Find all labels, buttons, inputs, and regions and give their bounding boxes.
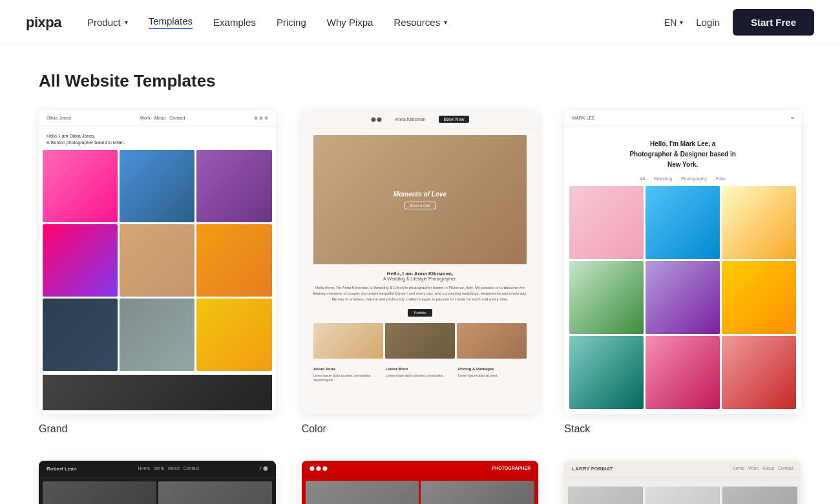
chevron-down-icon: ▾ [680, 19, 683, 26]
light-cell [568, 487, 643, 504]
about-name: Hello, I am Anna Klinsman, [387, 271, 453, 277]
photo-cell [120, 299, 194, 371]
small-cell [385, 323, 455, 359]
photo-cell [43, 150, 118, 222]
hero-image: Moments of Love Book a Call [313, 135, 527, 264]
stack-cell [646, 186, 720, 259]
mock-nav: MARK LEE ≡ [564, 110, 801, 126]
stack-cell [569, 261, 644, 334]
photo-cell [120, 224, 194, 297]
photo-cell-wide [43, 375, 272, 410]
template-preview-dark: Robert Lean Home Work About Contact f ⬤ [39, 461, 276, 504]
stack-cell [722, 186, 796, 259]
nav-item-why-pixpa[interactable]: Why Pixpa [327, 17, 373, 28]
start-free-button[interactable]: Start Free [733, 9, 814, 36]
chevron-down-icon: ▾ [125, 19, 128, 26]
dark-cell [43, 481, 156, 504]
filter-bar: All Branding Photography Folio [564, 176, 801, 181]
template-card-color[interactable]: ⬤ ⬤ Anna Klinsman Book Now Moments of Lo… [302, 110, 539, 435]
template-card-light[interactable]: LARRY FORMAT Home Work About Contact [564, 461, 801, 504]
photo-cell [196, 150, 271, 222]
nav-item-pricing[interactable]: Pricing [277, 17, 306, 28]
stack-mosaic [564, 186, 801, 414]
mock-nav: Olivia Jones Work About Contact ⊕ ⊕ ⊕ [39, 110, 276, 127]
template-card-red[interactable]: ⬤ ⬤ ⬤ PHOTOGRAPHER [302, 461, 539, 504]
mock-nav: Robert Lean Home Work About Contact f ⬤ [39, 461, 276, 478]
chevron-down-icon: ▾ [444, 19, 447, 26]
nav-right: EN ▾ Login Start Free [664, 9, 814, 36]
dark-cell [158, 481, 272, 504]
page-title: All Website Templates [39, 71, 801, 91]
mock-intro-text: Hello, I am Olivia Jones.A fashion photo… [39, 127, 276, 150]
hero-text: Hello, I'm Mark Lee, aPhotographer & Des… [564, 126, 801, 176]
template-name-stack: Stack [564, 423, 801, 435]
template-preview-grand: Olivia Jones Work About Contact ⊕ ⊕ ⊕ He… [39, 110, 276, 414]
language-selector[interactable]: EN ▾ [664, 17, 683, 28]
light-cell [722, 487, 797, 504]
red-cell [306, 481, 419, 504]
small-cell [457, 323, 527, 359]
photo-cell [196, 299, 271, 371]
template-card-dark[interactable]: Robert Lean Home Work About Contact f ⬤ [39, 461, 276, 504]
stack-cell [569, 186, 644, 259]
templates-grid: Olivia Jones Work About Contact ⊕ ⊕ ⊕ He… [39, 110, 801, 504]
login-button[interactable]: Login [696, 17, 720, 28]
logo[interactable]: pixpa [26, 14, 61, 31]
template-preview-red: ⬤ ⬤ ⬤ PHOTOGRAPHER [302, 461, 539, 504]
light-body [564, 478, 801, 504]
template-preview-stack: MARK LEE ≡ Hello, I'm Mark Lee, aPhotogr… [564, 110, 801, 414]
main-nav: pixpa Product ▾ Templates Examples Prici… [0, 0, 840, 45]
template-name-grand: Grand [39, 423, 276, 435]
photo-cell [43, 224, 118, 297]
small-grid [313, 323, 527, 359]
photo-cell [196, 224, 271, 297]
mock-nav: LARRY FORMAT Home Work About Contact [564, 461, 801, 478]
stack-cell [569, 336, 644, 409]
photo-cell [43, 299, 118, 371]
nav-item-templates[interactable]: Templates [149, 16, 193, 29]
photo-grid [39, 150, 276, 375]
stack-cell [722, 261, 796, 334]
mock-nav: ⬤ ⬤ ⬤ PHOTOGRAPHER [302, 461, 539, 477]
nav-item-resources[interactable]: Resources ▾ [394, 17, 447, 28]
light-cell [646, 487, 720, 504]
template-card-grand[interactable]: Olivia Jones Work About Contact ⊕ ⊕ ⊕ He… [39, 110, 276, 435]
template-preview-light: LARRY FORMAT Home Work About Contact [564, 461, 801, 504]
template-card-stack[interactable]: MARK LEE ≡ Hello, I'm Mark Lee, aPhotogr… [564, 110, 801, 435]
dark-body [39, 478, 276, 504]
main-content: All Website Templates Olivia Jones Work … [0, 45, 840, 504]
portfolio-btn: Portfolio [408, 309, 432, 317]
stack-cell [722, 336, 796, 409]
nav-links: Product ▾ Templates Examples Pricing Why… [87, 16, 664, 29]
stack-cell [646, 336, 720, 409]
about-text: Hello there, I'm Anna Klinsman, a Weddin… [302, 281, 539, 306]
nav-item-product[interactable]: Product ▾ [87, 17, 128, 28]
red-cell [421, 481, 534, 504]
template-name-color: Color [302, 423, 539, 435]
bottom-cols: About Anna Lorem ipsum dolor sit amet, c… [313, 366, 527, 383]
small-cell [313, 323, 383, 359]
nav-item-examples[interactable]: Examples [213, 17, 256, 28]
template-preview-color: ⬤ ⬤ Anna Klinsman Book Now Moments of Lo… [302, 110, 539, 414]
photo-cell [120, 150, 194, 222]
mock-nav: ⬤ ⬤ Anna Klinsman Book Now [302, 110, 539, 129]
stack-cell [646, 261, 720, 334]
red-body [302, 477, 539, 504]
